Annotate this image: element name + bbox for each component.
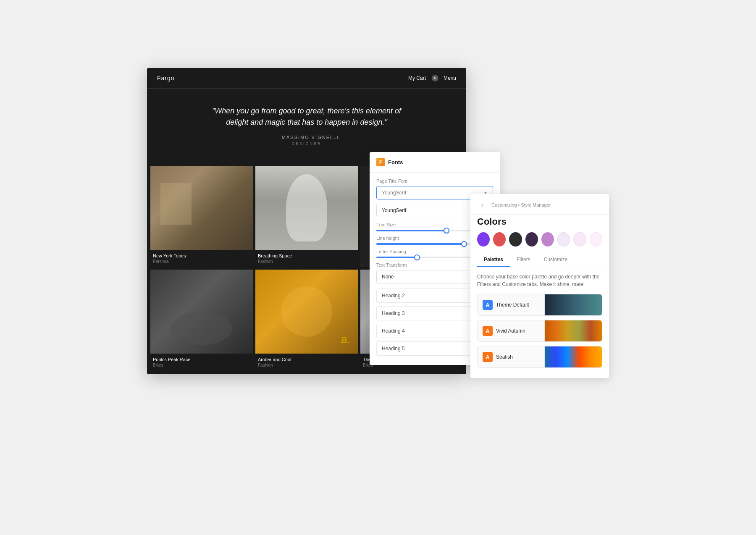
palette-label-autumn: A Vivid Autumn	[478, 320, 545, 341]
letter-spacing-thumb[interactable]	[414, 254, 420, 260]
colors-panel-header: ‹ Customizing • Style Manager	[470, 194, 609, 215]
hero-author-title: DESIGNER	[157, 142, 456, 146]
palette-icon-default: A	[483, 300, 493, 310]
grid-item-0[interactable]: New York Tones Personal	[150, 166, 253, 267]
palette-name-default: Theme Default	[496, 302, 529, 308]
grid-category-2: Bikes	[153, 363, 250, 367]
grid-item-3[interactable]: B. Amber and Cool Fashion	[255, 270, 358, 371]
palette-item-autumn[interactable]: A Vivid Autumn	[477, 320, 602, 342]
body-font-value: YoungSerif	[382, 207, 406, 213]
heading4-label: Heading 4	[382, 328, 405, 334]
swatch-pink-lighter[interactable]	[573, 232, 586, 247]
tab-palettes[interactable]: Palettes	[477, 252, 510, 267]
swatch-dark2[interactable]	[525, 232, 538, 247]
hero-quote: "When you go from good to great, there's…	[202, 105, 412, 128]
text-transform-value: None	[382, 274, 394, 280]
tab-filters[interactable]: Filters	[510, 252, 537, 267]
grid-category-3: Fashion	[258, 363, 355, 367]
page-title-font-label: Page Title Font	[376, 178, 493, 184]
grid-item-2[interactable]: Punk's Peak Race Bikes	[150, 270, 253, 371]
hero-author: — MASSIMO VIGNELLI	[157, 135, 456, 140]
colors-title: Colors	[470, 215, 609, 232]
palette-icon-seafish: A	[483, 352, 493, 362]
palette-preview-autumn	[545, 320, 602, 341]
font-size-thumb[interactable]	[444, 228, 449, 233]
grid-title-3: Amber and Cool	[258, 357, 355, 362]
site-header: Fargo My Cart 0 Menu	[147, 68, 466, 89]
colors-description: Choose your base color palette and go de…	[477, 273, 602, 288]
swatch-pink-light[interactable]	[557, 232, 570, 247]
back-button[interactable]: ‹	[477, 200, 487, 210]
color-swatches	[470, 232, 609, 252]
colors-panel: ‹ Customizing • Style Manager Colors Pal…	[470, 194, 609, 378]
swatch-pink-lightest[interactable]	[590, 232, 602, 247]
grid-category-1: Fashion	[258, 259, 355, 264]
heading3-label: Heading 3	[382, 310, 405, 316]
menu-label[interactable]: Menu	[444, 75, 456, 81]
swatch-mauve[interactable]	[541, 232, 554, 247]
grid-caption-3: Amber and Cool Fashion	[255, 354, 358, 371]
line-height-fill	[376, 243, 464, 245]
cart-count: 0	[432, 75, 438, 81]
cart-label[interactable]: My Cart	[408, 75, 426, 81]
grid-title-2: Punk's Peak Race	[153, 357, 250, 362]
grid-item-1[interactable]: Breathing Space Fashion	[255, 166, 358, 267]
palette-name-autumn: Vivid Autumn	[496, 328, 525, 334]
line-height-thumb[interactable]	[461, 241, 467, 247]
palette-preview-default	[545, 294, 602, 315]
site-hero: "When you go from good to great, there's…	[147, 89, 466, 163]
palette-name-seafish: Seafish	[496, 354, 513, 360]
fonts-panel-header: F Fonts	[370, 152, 500, 173]
grid-title-1: Breathing Space	[258, 253, 355, 258]
palette-label-seafish: A Seafish	[478, 346, 545, 367]
palette-label-default: A Theme Default	[478, 294, 545, 315]
palette-item-default[interactable]: A Theme Default	[477, 294, 602, 316]
heading5-label: Heading 5	[382, 346, 405, 351]
grid-caption-0: New York Tones Personal	[150, 250, 253, 267]
grid-caption-2: Punk's Peak Race Bikes	[150, 354, 253, 371]
colors-body: Choose your base color palette and go de…	[470, 267, 609, 378]
swatch-red[interactable]	[493, 232, 506, 247]
site-nav: My Cart 0 Menu	[408, 75, 456, 81]
palette-item-seafish[interactable]: A Seafish	[477, 346, 602, 368]
letter-spacing-fill	[376, 257, 417, 258]
tab-customize[interactable]: Customize	[537, 252, 575, 267]
grid-title-0: New York Tones	[153, 253, 250, 258]
swatch-dark1[interactable]	[509, 232, 522, 247]
font-size-fill	[376, 230, 446, 231]
palette-icon-autumn: A	[483, 326, 493, 336]
colors-breadcrumb: Customizing • Style Manager	[491, 202, 551, 207]
site-logo: Fargo	[157, 75, 175, 81]
fonts-icon: F	[376, 158, 385, 166]
colors-tabs: Palettes Filters Customize	[470, 252, 609, 267]
swatch-purple[interactable]	[477, 232, 490, 247]
fonts-panel-title: Fonts	[388, 159, 403, 165]
palette-preview-seafish	[545, 346, 602, 367]
page-title-font-value: YoungSerif	[382, 190, 406, 196]
grid-caption-1: Breathing Space Fashion	[255, 250, 358, 267]
grid-category-0: Personal	[153, 259, 250, 264]
heading2-label: Heading 2	[382, 293, 405, 299]
scene: Fargo My Cart 0 Menu "When you go from g…	[147, 68, 609, 467]
